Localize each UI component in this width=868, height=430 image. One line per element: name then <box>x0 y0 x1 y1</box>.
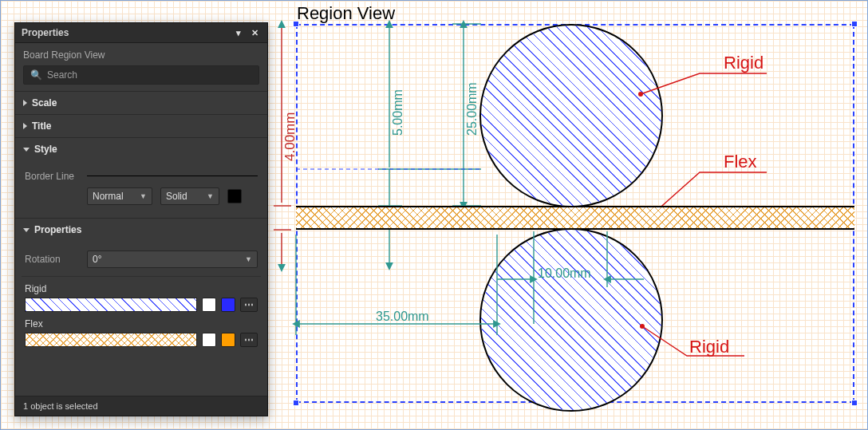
line-pattern-value: Solid <box>166 191 187 202</box>
region-flex-preview[interactable] <box>25 333 197 347</box>
properties-panel: Properties ▾ ✕ Board Region View 🔍 Searc… <box>14 22 268 416</box>
dim-10: 10.00mm <box>538 266 591 280</box>
search-icon: 🔍 <box>30 69 42 81</box>
chevron-right-icon <box>23 123 27 129</box>
panel-dropdown-icon[interactable]: ▾ <box>232 26 245 39</box>
rotation-select[interactable]: 0° ▼ <box>87 251 258 268</box>
chevron-down-icon: ▼ <box>140 192 147 200</box>
region-flex-color-swatch[interactable] <box>221 333 235 347</box>
region-rigid-more-button[interactable]: ⋯ <box>240 298 258 312</box>
region-rigid-preview[interactable] <box>25 298 197 312</box>
line-pattern-select[interactable]: Solid ▼ <box>160 187 219 205</box>
section-style-header[interactable]: Style <box>15 138 267 160</box>
chevron-down-icon <box>23 148 30 152</box>
chevron-down-icon: ▼ <box>245 255 252 263</box>
line-weight-select[interactable]: Normal ▼ <box>87 187 152 205</box>
line-color-swatch[interactable] <box>227 189 242 203</box>
section-properties-header[interactable]: Properties <box>15 219 267 241</box>
section-title-label: Title <box>32 120 51 132</box>
status-bar: 1 object is selected <box>15 396 267 416</box>
dim-4: 4.00mm <box>282 112 298 161</box>
section-title-header[interactable]: Title <box>15 115 267 137</box>
dim-35: 35.00mm <box>376 310 429 323</box>
dim-5: 5.00mm <box>391 89 404 136</box>
panel-close-icon[interactable]: ✕ <box>248 26 261 39</box>
border-line-preview[interactable] <box>87 170 258 183</box>
panel-titlebar[interactable]: Properties ▾ ✕ <box>15 23 267 43</box>
rotation-label: Rotation <box>25 254 79 265</box>
search-input[interactable]: 🔍 Search <box>23 65 259 85</box>
section-style-label: Style <box>34 144 57 155</box>
section-scale-header[interactable]: Scale <box>15 92 267 114</box>
region-rigid-label: Rigid <box>25 283 258 294</box>
flex-bar-overlay <box>296 206 854 230</box>
panel-title-text: Properties <box>22 27 69 38</box>
view-title: Region View <box>297 3 395 24</box>
region-view-diagram[interactable]: Rigid Flex Rigid <box>296 24 854 403</box>
border-line-label: Border Line <box>25 171 79 182</box>
panel-subtitle: Board Region View <box>15 43 267 65</box>
dim-25: 25.00mm <box>465 82 479 136</box>
region-flex-label: Flex <box>25 318 258 329</box>
section-properties-label: Properties <box>34 224 81 235</box>
section-scale-label: Scale <box>32 97 57 108</box>
chevron-right-icon <box>23 100 27 106</box>
chevron-down-icon <box>23 228 30 232</box>
region-rigid-color-swatch[interactable] <box>221 298 235 312</box>
search-placeholder: Search <box>47 69 77 81</box>
region-rigid-bg-swatch[interactable] <box>202 298 216 312</box>
rotation-value: 0° <box>93 254 101 265</box>
region-flex-bg-swatch[interactable] <box>202 333 216 347</box>
chevron-down-icon: ▼ <box>207 192 214 200</box>
line-weight-value: Normal <box>93 191 124 202</box>
region-flex-more-button[interactable]: ⋯ <box>240 333 258 347</box>
